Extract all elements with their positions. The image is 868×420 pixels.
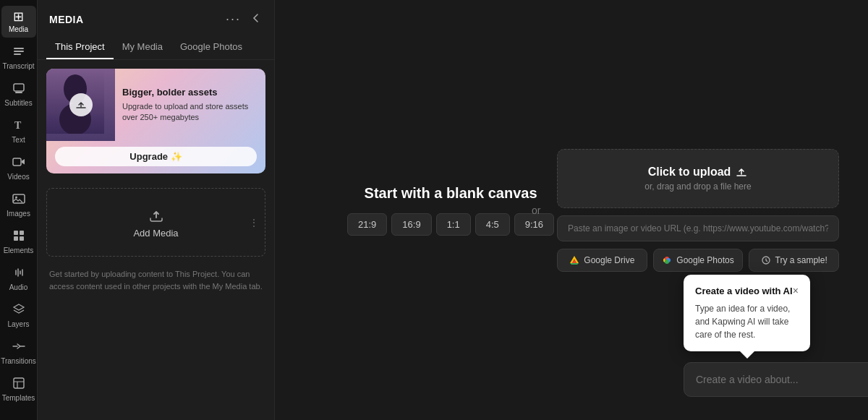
sidebar-item-elements[interactable]: Elements (1, 225, 36, 259)
tab-google-photos[interactable]: Google Photos (171, 35, 251, 59)
ratio-16-9[interactable]: 16:9 (391, 213, 431, 236)
ai-tooltip-close-button[interactable]: × (793, 285, 799, 296)
svg-point-20 (665, 260, 669, 264)
upgrade-card-desc: Upgrade to upload and store assets over … (122, 101, 258, 124)
sidebar-item-label: Transitions (1, 357, 36, 365)
media-icon: ⊞ (13, 10, 24, 23)
media-panel-header: MEDIA ··· (38, 0, 274, 35)
upload-arrow-icon (148, 206, 165, 223)
tab-my-media[interactable]: My Media (114, 35, 171, 59)
ratio-9-16[interactable]: 9:16 (514, 213, 554, 236)
videos-icon (12, 155, 25, 171)
upgrade-card: Bigger, bolder assets Upgrade to upload … (46, 69, 265, 173)
layers-icon (12, 303, 25, 318)
google-drive-icon (569, 255, 579, 265)
elements-icon (12, 229, 25, 244)
text-icon: T (12, 119, 25, 134)
upload-drop-area[interactable]: Click to upload or, drag and drop a file… (557, 149, 839, 208)
svg-rect-13 (14, 378, 24, 388)
sidebar-item-images[interactable]: Images (1, 188, 36, 222)
svg-rect-11 (14, 236, 18, 241)
or-divider: or (532, 205, 540, 216)
ai-tooltip-header: Create a video with AI × (695, 285, 799, 296)
svg-rect-1 (14, 51, 24, 52)
ai-tooltip-title: Create a video with AI (695, 286, 793, 296)
media-panel: MEDIA ··· This Project My Media Google P… (38, 0, 275, 420)
try-sample-button[interactable]: Try a sample! (749, 249, 839, 272)
images-icon (12, 192, 25, 207)
upload-drop-title: Click to upload (648, 166, 749, 179)
url-input-area (557, 215, 839, 241)
add-media-options[interactable]: ⋮ (249, 217, 259, 228)
ai-tooltip-text: Type an idea for a video, and Kapwing AI… (695, 302, 799, 341)
sidebar-item-label: Audio (9, 283, 28, 291)
ai-input-bar (684, 362, 868, 397)
sidebar-item-videos[interactable]: Videos (1, 151, 36, 185)
upload-drop-subtitle: or, drag and drop a file here (644, 181, 751, 192)
sidebar-item-templates[interactable]: Templates (1, 372, 36, 406)
ratio-21-9[interactable]: 21:9 (347, 213, 387, 236)
sidebar-item-label: Media (9, 25, 28, 33)
svg-point-8 (15, 197, 17, 199)
sidebar-item-label: Templates (2, 394, 35, 402)
sidebar-item-label: Images (7, 210, 30, 218)
url-input[interactable] (568, 223, 828, 233)
more-options-button[interactable]: ··· (223, 10, 244, 28)
upgrade-card-image (46, 69, 115, 141)
sidebar-item-media[interactable]: ⊞ Media (1, 6, 36, 38)
google-photos-icon (662, 255, 672, 265)
sidebar-item-transitions[interactable]: Transitions (1, 335, 36, 369)
sidebar-item-label: Videos (7, 173, 29, 181)
upgrade-card-top: Bigger, bolder assets Upgrade to upload … (46, 69, 265, 141)
sidebar-item-text[interactable]: T Text (1, 114, 36, 148)
upgrade-card-title: Bigger, bolder assets (122, 87, 258, 98)
ratio-1-1[interactable]: 1:1 (436, 213, 471, 236)
sidebar: ⊞ Media Transcript Subtitles T Text Vide… (0, 0, 38, 420)
sidebar-item-audio[interactable]: Audio (1, 262, 36, 296)
media-panel-title: MEDIA (49, 14, 84, 25)
subtitles-icon (12, 82, 25, 97)
svg-rect-2 (14, 53, 21, 55)
upgrade-button[interactable]: Upgrade ✨ (55, 147, 257, 166)
upload-section: Click to upload or, drag and drop a file… (557, 149, 839, 272)
sidebar-item-label: Elements (4, 247, 34, 254)
main-content: Start with a blank canvas 21:9 16:9 1:1 … (275, 0, 868, 420)
media-hint-text: Get started by uploading content to This… (38, 262, 274, 298)
add-media-area[interactable]: Add Media ⋮ (46, 188, 265, 257)
ai-video-input[interactable] (696, 374, 868, 385)
svg-rect-9 (14, 231, 18, 235)
svg-rect-7 (13, 194, 25, 203)
sidebar-item-layers[interactable]: Layers (1, 299, 36, 333)
sidebar-item-label: Subtitles (4, 99, 32, 107)
svg-rect-3 (14, 84, 24, 91)
upgrade-card-text: Bigger, bolder assets Upgrade to upload … (115, 69, 265, 141)
svg-rect-0 (14, 48, 24, 49)
ai-tooltip: Create a video with AI × Type an idea fo… (684, 275, 810, 351)
canvas-start-section: Start with a blank canvas 21:9 16:9 1:1 … (347, 185, 554, 236)
sidebar-item-subtitles[interactable]: Subtitles (1, 77, 36, 111)
ai-tooltip-arrow (740, 351, 754, 359)
upload-icon (735, 166, 748, 179)
sidebar-item-label: Transcript (2, 62, 34, 70)
audio-icon (12, 266, 25, 281)
templates-icon (12, 377, 25, 392)
svg-rect-6 (13, 158, 21, 166)
google-drive-button[interactable]: Google Drive (557, 249, 647, 272)
svg-rect-4 (15, 92, 22, 93)
tab-this-project[interactable]: This Project (46, 35, 114, 59)
collapse-panel-button[interactable] (250, 12, 263, 27)
svg-text:T: T (14, 120, 22, 131)
source-buttons: Google Drive Google Photos Try a sample! (557, 249, 839, 272)
sidebar-item-transcript[interactable]: Transcript (1, 40, 36, 74)
ratio-4-5[interactable]: 4:5 (475, 213, 510, 236)
media-tabs: This Project My Media Google Photos (38, 35, 274, 60)
svg-rect-10 (20, 231, 24, 235)
canvas-title: Start with a blank canvas (365, 185, 537, 202)
sample-icon (761, 255, 771, 265)
add-media-label: Add Media (133, 228, 178, 239)
google-photos-button[interactable]: Google Photos (653, 249, 744, 272)
sidebar-item-label: Text (12, 136, 25, 144)
svg-rect-12 (20, 236, 24, 241)
sidebar-item-label: Layers (7, 320, 29, 328)
transitions-icon (12, 340, 25, 355)
